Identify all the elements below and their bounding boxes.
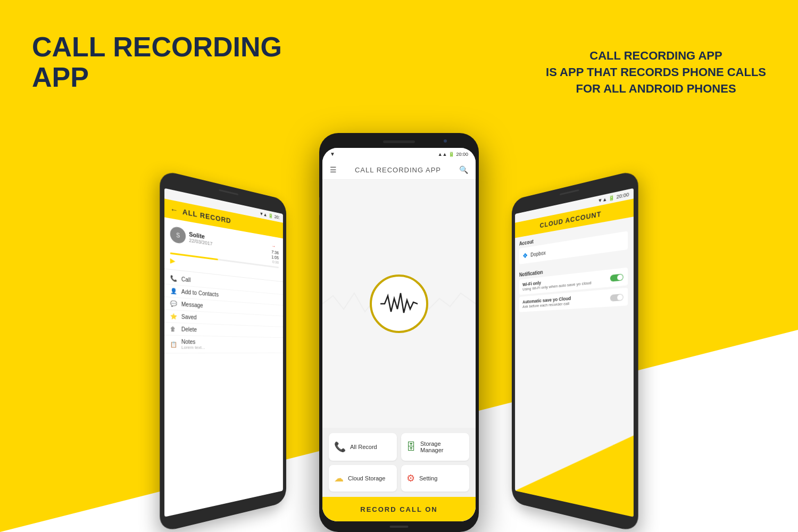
record-call-bar[interactable]: RECORD CALL ON	[322, 497, 476, 521]
delete-label: Delete	[181, 326, 197, 333]
status-time: 20:00	[456, 152, 468, 157]
wifi-icon: ▼	[330, 151, 335, 157]
dropbox-icon: ❖	[522, 251, 528, 260]
phone-left-speaker	[219, 189, 238, 195]
saved-label: Saved	[181, 313, 197, 320]
menu-grid: 📞 All Record 🗄 Storage Manager ☁ Cloud S…	[322, 428, 476, 497]
status-time: 20:	[275, 214, 280, 220]
battery-icon-right: 🔋	[609, 195, 614, 202]
power-button[interactable]	[319, 197, 320, 215]
menu-card-setting[interactable]: ⚙ Setting	[401, 465, 469, 492]
tagline-line2: IS APP THAT RECORDS PHONE CALLS	[546, 65, 766, 79]
storage-manager-label: Storage Manager	[420, 440, 464, 453]
signal-icon-right: ▼▲	[597, 196, 607, 204]
menu-card-all-record[interactable]: 📞 All Record	[329, 433, 397, 461]
signal-bars: ▲▲	[438, 152, 447, 157]
autosave-toggle[interactable]	[610, 294, 624, 302]
phone-right-speaker	[560, 189, 579, 195]
call-icon: 📞	[170, 275, 177, 282]
back-arrow-icon[interactable]: ←	[170, 204, 178, 215]
setting-icon: ⚙	[406, 472, 415, 484]
notes-label: Notes	[181, 338, 196, 345]
tagline-line3: FOR ALL ANDROID PHONES	[576, 82, 736, 95]
call-direction-icon: →	[271, 243, 276, 250]
saved-icon: ⭐	[170, 313, 177, 319]
waveform-circle	[370, 275, 428, 333]
status-time-right: 20:00	[617, 192, 629, 200]
phone-left: ▼▲ 🔋 20: ← ALL RECORD S Solite 22/03/201…	[160, 170, 286, 532]
phone-left-screen: ▼▲ 🔋 20: ← ALL RECORD S Solite 22/03/201…	[164, 188, 283, 517]
tagline-line1: CALL RECORDING APP	[589, 49, 722, 62]
notes-icon: 📋	[170, 341, 177, 347]
phone-right: ▼▲ 🔋 20:00 CLOUD ACCOUNT Accout ❖ Dopbox…	[512, 170, 638, 532]
phone-right-screen: ▼▲ 🔋 20:00 CLOUD ACCOUNT Accout ❖ Dopbox…	[515, 188, 634, 517]
cloud-storage-icon: ☁	[334, 472, 344, 484]
battery-icon: 🔋	[269, 213, 273, 219]
setting-label: Setting	[419, 475, 437, 481]
delete-icon: 🗑	[170, 326, 177, 332]
menu-item-notes[interactable]: 📋 Notes Lorem text...	[164, 335, 283, 353]
menu-card-cloud-storage[interactable]: ☁ Cloud Storage	[329, 465, 397, 492]
dropbox-label: Dopbox	[530, 250, 545, 257]
notes-sub: Lorem text...	[181, 345, 205, 350]
home-button[interactable]	[390, 526, 409, 528]
message-icon: 💬	[170, 300, 177, 307]
all-record-label: All Record	[350, 444, 377, 450]
yellow-diagonal-decoration	[515, 393, 634, 517]
app-title: CALL RECORDING APP	[337, 166, 459, 174]
center-toolbar: ☰ CALL RECORDING APP 🔍	[322, 160, 476, 180]
battery-indicator: 🔋	[448, 152, 454, 157]
header-left: CALL RECORDING APP	[32, 32, 282, 93]
all-record-icon: 📞	[334, 441, 346, 453]
phone-center-speaker	[383, 140, 415, 143]
message-label: Message	[181, 301, 203, 309]
cloud-storage-label: Cloud Storage	[348, 475, 385, 481]
record-call-label: RECORD CALL ON	[360, 505, 437, 513]
phones-container: ▼▲ 🔋 20: ← ALL RECORD S Solite 22/03/201…	[160, 106, 638, 532]
call-options-menu: 📞 Call 👤 Add to Contacts 💬 Message ⭐ Sav…	[164, 269, 283, 356]
header-right: CALL RECORDING APP IS APP THAT RECORDS P…	[546, 48, 766, 97]
storage-manager-icon: 🗄	[406, 442, 416, 453]
page-title-line1: CALL RECORDING APP	[32, 32, 282, 93]
add-contact-icon: 👤	[170, 288, 177, 295]
autosave-notif-text: Automatic save yo Cloud Ask before each …	[522, 296, 571, 309]
center-content: 📞 All Record 🗄 Storage Manager ☁ Cloud S…	[322, 180, 476, 521]
hamburger-menu-icon[interactable]: ☰	[330, 165, 337, 174]
center-status-bar: ▼ ▲▲ 🔋 20:00	[322, 148, 476, 160]
phone-center-screen: ▼ ▲▲ 🔋 20:00 ☰ CALL RECORDING APP 🔍	[322, 148, 476, 521]
phone-center: ▼ ▲▲ 🔋 20:00 ☰ CALL RECORDING APP 🔍	[319, 133, 479, 532]
avatar: S	[170, 226, 186, 244]
waveform-area	[322, 180, 476, 428]
menu-card-storage-manager[interactable]: 🗄 Storage Manager	[401, 433, 469, 461]
front-camera	[444, 139, 447, 143]
wifi-toggle[interactable]	[610, 273, 624, 281]
status-icons: ▲▲ 🔋 20:00	[438, 152, 468, 157]
search-icon[interactable]: 🔍	[459, 165, 468, 174]
add-contacts-label: Add to Contacts	[181, 288, 219, 297]
call-label: Call	[181, 276, 191, 283]
waveform-svg	[380, 290, 418, 317]
call-meta: → 7:36 1:05	[271, 240, 279, 261]
wifi-notif-text: Wi-Fi only Using Wi-Fi only when auto sa…	[522, 275, 591, 292]
signal-icon: ▼▲	[260, 211, 268, 218]
